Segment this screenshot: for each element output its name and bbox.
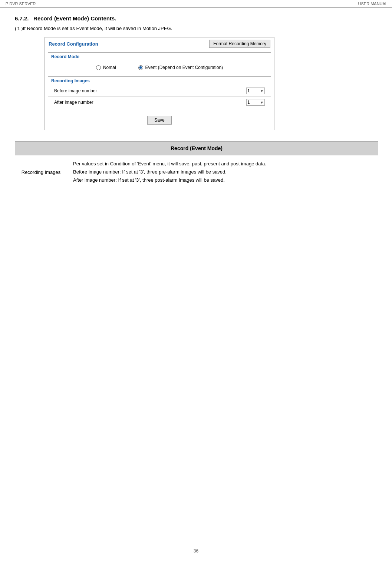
header-left: IP DVR SERVER [4,1,36,6]
normal-radio-option[interactable]: Nomal [96,65,116,70]
after-image-value: 1 [247,100,250,105]
after-image-label: After image number [54,100,246,105]
save-button[interactable]: Save [147,116,171,125]
event-radio-label: Event (Depend on Event Configuration) [145,65,223,70]
record-config-panel: Record Configuration Format Recording Me… [45,37,274,130]
normal-radio-label: Nomal [103,65,116,70]
mode-row: Nomal Event (Depend on Event Configurati… [48,61,271,74]
save-row: Save [45,110,274,130]
panel-title: Record Configuration [49,41,98,47]
row-content-recording-images: Per values set in Condition of 'Event' m… [67,155,378,189]
content-line-3: After image number: If set at '3', three… [73,177,225,183]
recording-images-label: Recording Images [48,77,271,85]
format-recording-memory-button[interactable]: Format Recording Memory [209,40,270,48]
table-title: Record (Event Mode) [15,142,378,155]
page-number: 36 [194,548,198,554]
before-image-label: Before image number [54,88,246,93]
page-header: IP DVR SERVER USER MANUAL [0,0,392,8]
section-number: 6.7.2. [15,15,29,22]
content-line-2: Before image number: If set at '3', thre… [73,169,227,175]
table-row: Recording Images Per values set in Condi… [15,155,378,189]
page-footer: 36 [0,548,392,554]
record-event-mode-table: Record (Event Mode) Recording Images Per… [15,141,378,189]
main-content: 6.7.2. Record (Event Mode) Contents. (１)… [0,8,392,197]
header-right: USER MANUAL [358,1,388,6]
normal-radio-circle [96,65,101,70]
content-line-1: Per values set in Condition of 'Event' m… [73,161,266,166]
before-image-arrow-icon: ▼ [260,89,264,93]
recording-images-section: Recording Images Before image number 1 ▼… [48,76,271,108]
record-mode-label: Record Mode [48,53,271,61]
event-radio-circle [138,65,143,70]
record-mode-section: Record Mode Nomal Event (Depend on Event… [48,52,271,74]
before-image-value: 1 [247,88,250,93]
after-image-arrow-icon: ▼ [260,100,264,105]
before-image-select[interactable]: 1 ▼ [246,88,265,94]
section-title: Record (Event Mode) Contents. [33,15,116,22]
after-image-select[interactable]: 1 ▼ [246,99,265,106]
row-label-recording-images: Recording Images [15,155,67,189]
intro-paragraph: (１)If Record Mode is set as Event Mode, … [15,25,377,32]
before-image-row: Before image number 1 ▼ [48,85,271,97]
section-heading: 6.7.2. Record (Event Mode) Contents. [15,15,377,22]
event-radio-option[interactable]: Event (Depend on Event Configuration) [138,65,223,70]
after-image-row: After image number 1 ▼ [48,97,271,108]
panel-title-row: Record Configuration Format Recording Me… [45,37,274,50]
